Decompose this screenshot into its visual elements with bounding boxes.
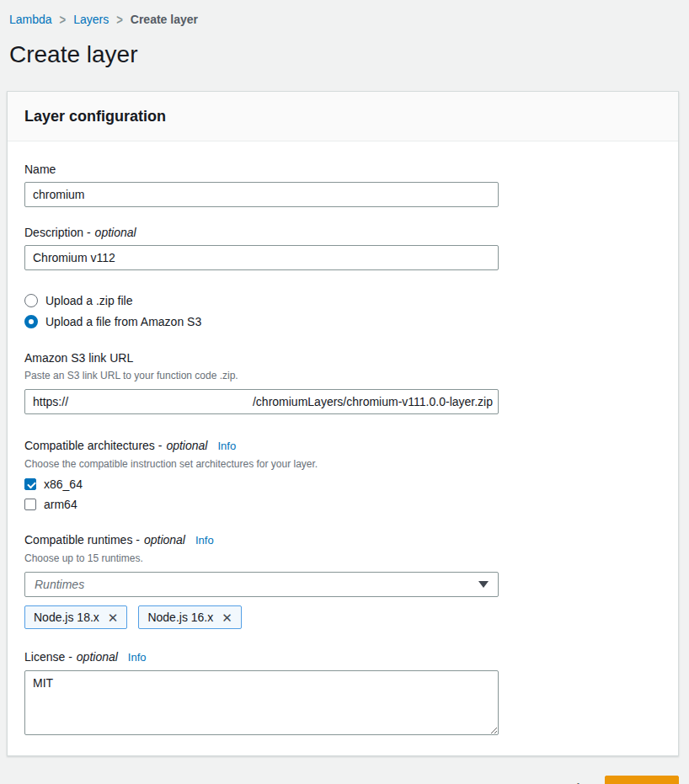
runtimes-field-group: Compatible runtimes - optional Info Choo… — [24, 532, 661, 629]
breadcrumb-link-lambda[interactable]: Lambda — [9, 13, 52, 26]
breadcrumb-current: Create layer — [131, 13, 198, 26]
runtime-tokens: Node.js 18.x ✕ Node.js 16.x ✕ — [24, 605, 661, 629]
s3-url-prefix: https:// — [33, 395, 68, 408]
upload-zip-radio[interactable]: Upload a .zip file — [24, 294, 661, 307]
cancel-button[interactable]: Cancel — [539, 778, 581, 784]
runtime-token-nodejs16: Node.js 16.x ✕ — [138, 605, 241, 629]
architectures-label: Compatible architectures - optional Info — [24, 438, 661, 454]
layer-configuration-panel: Layer configuration Name Description - o… — [7, 91, 679, 756]
description-label: Description - optional — [24, 225, 661, 240]
token-label: Node.js 18.x — [34, 611, 99, 624]
optional-suffix: optional — [166, 438, 207, 453]
architectures-field-group: Compatible architectures - optional Info… — [24, 438, 661, 511]
architectures-hint: Choose the compatible instruction set ar… — [24, 457, 661, 471]
license-field-group: License - optional Info MIT — [24, 649, 661, 739]
breadcrumb: Lambda > Layers > Create layer — [0, 0, 689, 26]
token-label: Node.js 16.x — [147, 611, 213, 624]
page-title: Create layer — [9, 40, 689, 69]
s3-url-input[interactable]: https:// /chromiumLayers/chromium-v111.0… — [24, 389, 499, 414]
s3-url-field-group: Amazon S3 link URL Paste an S3 link URL … — [24, 350, 661, 414]
license-info-link[interactable]: Info — [128, 650, 147, 665]
name-input[interactable] — [24, 182, 499, 207]
checkbox-unchecked-icon[interactable] — [24, 499, 36, 510]
upload-method-group: Upload a .zip file Upload a file from Am… — [24, 294, 661, 328]
upload-s3-label: Upload a file from Amazon S3 — [45, 315, 201, 328]
checkbox-checked-icon[interactable] — [24, 478, 36, 490]
name-label: Name — [24, 162, 661, 177]
optional-suffix: optional — [144, 532, 185, 547]
create-button[interactable]: Create — [605, 776, 679, 784]
radio-selected-icon[interactable] — [24, 315, 38, 328]
dismiss-icon[interactable]: ✕ — [222, 611, 232, 624]
breadcrumb-separator-icon: > — [116, 12, 123, 27]
runtimes-info-link[interactable]: Info — [195, 533, 214, 548]
caret-down-icon — [478, 581, 489, 588]
runtime-token-nodejs18: Node.js 18.x ✕ — [24, 605, 127, 629]
runtimes-select-placeholder: Runtimes — [35, 578, 84, 591]
architectures-info-link[interactable]: Info — [217, 439, 236, 454]
arm64-label: arm64 — [44, 498, 77, 511]
description-field-group: Description - optional — [24, 225, 661, 270]
upload-s3-radio[interactable]: Upload a file from Amazon S3 — [24, 315, 661, 328]
radio-unselected-icon[interactable] — [24, 294, 38, 307]
panel-title: Layer configuration — [24, 107, 661, 125]
x86-64-label: x86_64 — [44, 477, 83, 491]
license-label: License - optional Info — [24, 649, 661, 665]
form-actions: Cancel Create — [0, 776, 679, 784]
license-textarea[interactable]: MIT — [24, 670, 499, 735]
runtimes-hint: Choose up to 15 runtimes. — [24, 552, 661, 565]
upload-zip-label: Upload a .zip file — [45, 294, 133, 307]
name-field-group: Name — [24, 162, 661, 207]
breadcrumb-separator-icon: > — [60, 12, 67, 27]
s3-url-suffix: /chromiumLayers/chromium-v111.0.0-layer.… — [253, 395, 493, 408]
panel-body: Name Description - optional Upload a .zi… — [8, 141, 678, 755]
runtimes-select[interactable]: Runtimes — [24, 572, 499, 597]
breadcrumb-link-layers[interactable]: Layers — [73, 13, 109, 26]
x86-64-checkbox-row[interactable]: x86_64 — [24, 477, 661, 491]
optional-suffix: optional — [77, 649, 118, 664]
arm64-checkbox-row[interactable]: arm64 — [24, 498, 661, 511]
dismiss-icon[interactable]: ✕ — [108, 611, 119, 624]
s3-url-hint: Paste an S3 link URL to your function co… — [24, 369, 661, 382]
s3-url-label: Amazon S3 link URL — [24, 350, 661, 365]
description-input[interactable] — [24, 245, 499, 270]
optional-suffix: optional — [95, 225, 136, 240]
runtimes-label: Compatible runtimes - optional Info — [24, 532, 661, 548]
panel-header: Layer configuration — [8, 92, 678, 141]
